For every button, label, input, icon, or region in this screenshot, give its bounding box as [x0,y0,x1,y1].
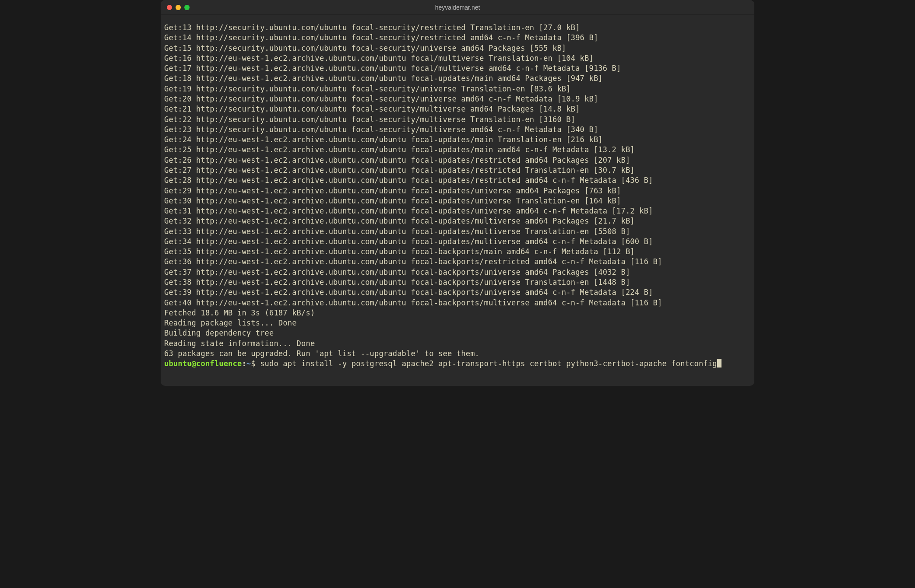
prompt-line: ubuntu@confluence:~$ sudo apt install -y… [164,359,751,369]
terminal-output: Get:13 http://security.ubuntu.com/ubuntu… [164,23,751,359]
cursor [717,359,721,368]
terminal-line: Get:40 http://eu-west-1.ec2.archive.ubun… [164,298,751,308]
titlebar: heyvaldemar.net [161,0,754,15]
prompt-dollar: $ [251,359,260,368]
traffic-lights [167,5,190,10]
terminal-line: Get:16 http://eu-west-1.ec2.archive.ubun… [164,53,751,63]
terminal-line: Get:14 http://security.ubuntu.com/ubuntu… [164,33,751,43]
window-title: heyvaldemar.net [435,4,480,11]
prompt-colon: : [242,359,246,368]
terminal-line: Get:27 http://eu-west-1.ec2.archive.ubun… [164,165,751,175]
terminal-line: Get:38 http://eu-west-1.ec2.archive.ubun… [164,277,751,287]
terminal-body[interactable]: Get:13 http://security.ubuntu.com/ubuntu… [161,15,754,373]
terminal-line: Get:25 http://eu-west-1.ec2.archive.ubun… [164,145,751,155]
prompt-path: ~ [246,359,251,368]
terminal-line: Get:39 http://eu-west-1.ec2.archive.ubun… [164,287,751,298]
terminal-line: Get:24 http://eu-west-1.ec2.archive.ubun… [164,135,751,145]
terminal-line: Get:20 http://security.ubuntu.com/ubuntu… [164,94,751,104]
terminal-line: Fetched 18.6 MB in 3s (6187 kB/s) [164,308,751,318]
maximize-button[interactable] [184,5,190,10]
terminal-line: Get:29 http://eu-west-1.ec2.archive.ubun… [164,186,751,196]
terminal-line: Get:30 http://eu-west-1.ec2.archive.ubun… [164,196,751,206]
minimize-button[interactable] [176,5,181,10]
terminal-line: Get:26 http://eu-west-1.ec2.archive.ubun… [164,155,751,165]
terminal-line: Get:18 http://eu-west-1.ec2.archive.ubun… [164,74,751,84]
terminal-line: Get:33 http://eu-west-1.ec2.archive.ubun… [164,227,751,237]
terminal-line: Get:23 http://security.ubuntu.com/ubuntu… [164,125,751,135]
close-button[interactable] [167,5,172,10]
terminal-line: Get:22 http://security.ubuntu.com/ubuntu… [164,115,751,125]
terminal-line: Get:37 http://eu-west-1.ec2.archive.ubun… [164,267,751,277]
terminal-line: Get:32 http://eu-west-1.ec2.archive.ubun… [164,216,751,226]
terminal-line: Get:19 http://security.ubuntu.com/ubuntu… [164,84,751,94]
prompt-command[interactable]: sudo apt install -y postgresql apache2 a… [260,359,717,368]
terminal-line: Get:17 http://eu-west-1.ec2.archive.ubun… [164,63,751,74]
terminal-line: 63 packages can be upgraded. Run 'apt li… [164,349,751,359]
prompt-user-host: ubuntu@confluence [164,359,242,368]
terminal-window: heyvaldemar.net Get:13 http://security.u… [161,0,754,386]
terminal-line: Get:28 http://eu-west-1.ec2.archive.ubun… [164,175,751,186]
terminal-line: Reading package lists... Done [164,318,751,328]
terminal-line: Reading state information... Done [164,339,751,349]
terminal-line: Get:34 http://eu-west-1.ec2.archive.ubun… [164,237,751,247]
terminal-line: Building dependency tree [164,328,751,338]
terminal-line: Get:36 http://eu-west-1.ec2.archive.ubun… [164,257,751,267]
terminal-line: Get:31 http://eu-west-1.ec2.archive.ubun… [164,206,751,216]
terminal-line: Get:21 http://security.ubuntu.com/ubuntu… [164,104,751,114]
terminal-line: Get:15 http://security.ubuntu.com/ubuntu… [164,43,751,53]
terminal-line: Get:13 http://security.ubuntu.com/ubuntu… [164,23,751,33]
terminal-line: Get:35 http://eu-west-1.ec2.archive.ubun… [164,247,751,257]
